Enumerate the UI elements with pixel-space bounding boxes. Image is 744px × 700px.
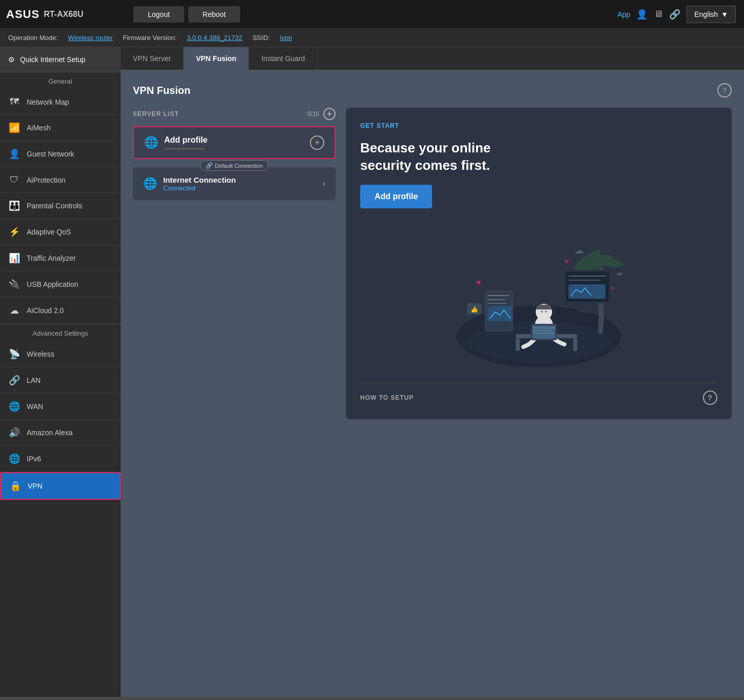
add-server-button[interactable]: + <box>323 108 336 120</box>
ssid-value[interactable]: ivpn <box>280 34 292 42</box>
alexa-icon: 🔊 <box>8 427 21 438</box>
guest-network-label: Guest Network <box>27 150 74 158</box>
ipv6-icon: 🌐 <box>8 453 21 464</box>
aicloud-label: AiCloud 2.0 <box>27 306 64 315</box>
sidebar-item-quick-setup[interactable]: ⚙ Quick Internet Setup <box>0 47 121 72</box>
internet-connection-title: Internet Connection <box>163 176 236 184</box>
share-icon[interactable]: 🔗 <box>669 9 680 20</box>
quick-setup-icon: ⚙ <box>8 55 15 64</box>
sidebar-item-usb-application[interactable]: 🔌 USB Application <box>0 271 121 298</box>
tabs-bar: VPN Server VPN Fusion Instant Guard <box>121 47 744 71</box>
add-profile-sub-bar <box>164 148 205 150</box>
sidebar-item-lan[interactable]: 🔗 LAN <box>0 367 121 394</box>
header-right: App 👤 🖥 🔗 English ▼ <box>617 6 744 23</box>
internet-connection-status: Connected <box>163 184 236 192</box>
logout-button[interactable]: Logout <box>133 6 184 23</box>
add-profile-globe-icon: 🌐 <box>144 136 158 149</box>
sidebar-item-aicloud[interactable]: ☁ AiCloud 2.0 <box>0 298 121 324</box>
language-selector[interactable]: English ▼ <box>687 6 736 23</box>
add-profile-plus-btn[interactable]: + <box>310 135 324 150</box>
internet-connection-icon: 🌐 <box>143 177 157 190</box>
tab-vpn-server[interactable]: VPN Server <box>121 47 184 70</box>
illustration-area: ♥ ♥ ♥ 👍 ☁ ☁ <box>360 219 717 373</box>
adaptive-qos-label: Adaptive QoS <box>27 228 71 236</box>
app-link[interactable]: App <box>617 10 630 18</box>
aimesh-icon: 📶 <box>8 122 21 133</box>
vpn-label: VPN <box>28 482 43 490</box>
how-to-setup-help-icon[interactable]: ? <box>703 391 717 405</box>
header-buttons: Logout Reboot <box>133 6 240 23</box>
svg-text:♥: ♥ <box>476 278 481 287</box>
headline-line1: Because your online <box>360 140 491 155</box>
sidebar-item-adaptive-qos[interactable]: ⚡ Adaptive QoS <box>0 219 121 245</box>
sidebar-item-amazon-alexa[interactable]: 🔊 Amazon Alexa <box>0 420 121 446</box>
add-profile-main-button[interactable]: Add profile <box>360 185 432 208</box>
lang-label: English <box>694 10 718 18</box>
adaptive-qos-icon: ⚡ <box>8 226 21 238</box>
vpn-icon: 🔒 <box>9 480 22 492</box>
svg-rect-11 <box>516 338 520 351</box>
default-connection-label: Default Connection <box>215 163 263 169</box>
default-connection-badge: 🔗 Default Connection <box>200 160 269 171</box>
vpn-fusion-title: VPN Fusion <box>133 85 190 96</box>
link-icon: 🔗 <box>206 162 213 169</box>
firmware-value[interactable]: 3.0.0.4.388_21732 <box>187 34 242 42</box>
model-name: RT-AX68U <box>44 10 83 19</box>
chevron-down-icon: ▼ <box>721 10 728 18</box>
server-list-header: SERVER LIST 0/16 + <box>133 108 336 120</box>
add-profile-card[interactable]: 🌐 Add profile + <box>133 126 336 159</box>
svg-rect-14 <box>533 325 555 339</box>
svg-text:♥: ♥ <box>611 285 614 292</box>
svg-rect-12 <box>573 338 577 351</box>
sidebar-item-aimesh[interactable]: 📶 AiMesh <box>0 115 121 141</box>
sidebar-item-aiprotection[interactable]: 🛡 AiProtection <box>0 167 121 193</box>
vpn-panels: SERVER LIST 0/16 + 🌐 Add profile <box>133 108 732 419</box>
aiprotection-icon: 🛡 <box>8 174 21 185</box>
sidebar-item-parental-controls[interactable]: 👪 Parental Controls <box>0 193 121 219</box>
svg-rect-26 <box>584 303 591 311</box>
svg-rect-27 <box>577 310 598 313</box>
network-map-icon: 🗺 <box>8 96 21 107</box>
default-connection-card[interactable]: 🌐 Internet Connection Connected › <box>133 167 336 200</box>
sidebar-item-vpn[interactable]: 🔒 VPN <box>0 472 121 500</box>
internet-connection-info: Internet Connection Connected <box>163 176 236 192</box>
sidebar-item-traffic-analyzer[interactable]: 📊 Traffic Analyzer <box>0 245 121 271</box>
how-to-setup-row: HOW TO SETUP ? <box>360 383 717 405</box>
sidebar-item-wireless[interactable]: 📡 Wireless <box>0 341 121 367</box>
logo-area: ASUS RT-AX68U <box>0 0 123 28</box>
lan-icon: 🔗 <box>8 375 21 386</box>
how-to-setup-label: HOW TO SETUP <box>360 394 414 401</box>
ssid-label: SSID: <box>252 34 270 42</box>
ipv6-label: IPv6 <box>27 455 41 463</box>
aimesh-label: AiMesh <box>27 124 51 132</box>
svg-point-8 <box>541 310 543 313</box>
info-bar: Operation Mode: Wireless router Firmware… <box>0 29 744 47</box>
user-icon[interactable]: 👤 <box>636 9 648 20</box>
headline-line2: security comes first. <box>360 158 490 173</box>
svg-text:♥: ♥ <box>564 257 569 265</box>
reboot-button[interactable]: Reboot <box>188 6 240 23</box>
quick-setup-label: Quick Internet Setup <box>20 55 86 64</box>
wan-label: WAN <box>27 402 43 411</box>
sidebar-item-network-map[interactable]: 🗺 Network Map <box>0 89 121 115</box>
sidebar-item-ipv6[interactable]: 🌐 IPv6 <box>0 446 121 472</box>
right-panel: GET START Because your online security c… <box>346 108 732 419</box>
sidebar-item-guest-network[interactable]: 👤 Guest Network <box>0 141 121 167</box>
vpn-fusion-help-icon[interactable]: ? <box>717 83 732 98</box>
tab-vpn-fusion[interactable]: VPN Fusion <box>184 47 249 71</box>
tab-instant-guard[interactable]: Instant Guard <box>249 47 318 70</box>
guest-network-icon: 👤 <box>8 148 21 160</box>
usb-application-label: USB Application <box>27 280 78 288</box>
operation-mode-value[interactable]: Wireless router <box>68 34 112 42</box>
info-bar-left: Operation Mode: Wireless router Firmware… <box>8 34 292 42</box>
tabs-bar-wrapper: VPN Server VPN Fusion Instant Guard <box>121 47 744 71</box>
sidebar-item-wan[interactable]: 🌐 WAN <box>0 394 121 420</box>
usb-application-icon: 🔌 <box>8 279 21 290</box>
monitor-icon[interactable]: 🖥 <box>654 9 663 20</box>
advanced-settings-section-label: Advanced Settings <box>0 324 121 341</box>
network-map-label: Network Map <box>27 98 69 106</box>
add-profile-text: Add profile <box>164 135 207 145</box>
get-start-label: GET START <box>360 122 717 129</box>
svg-point-9 <box>545 310 547 313</box>
server-list-label: SERVER LIST <box>133 110 179 118</box>
